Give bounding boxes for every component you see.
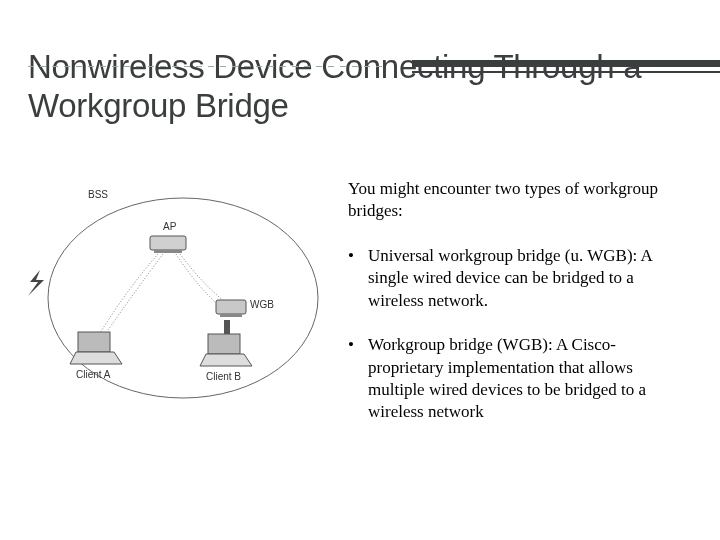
svg-rect-1	[150, 236, 186, 250]
svg-rect-7	[224, 320, 230, 334]
slide: Nonwireless Device Connecting Through a …	[0, 48, 720, 540]
svg-rect-3	[78, 332, 110, 352]
wgb-node: WGB	[216, 299, 274, 317]
label-client-b: Client B	[206, 371, 241, 382]
svg-rect-6	[220, 314, 242, 317]
client-a-node: Client A	[70, 332, 122, 380]
decoration-dotted-line	[28, 66, 383, 67]
label-client-a: Client A	[76, 369, 111, 380]
svg-marker-4	[70, 352, 122, 364]
client-b-node: Client B	[200, 334, 252, 382]
ap-node: AP	[150, 221, 186, 253]
svg-rect-2	[154, 250, 182, 253]
list-item: Universal workgroup bridge (u. WGB): A s…	[348, 245, 686, 312]
label-bss: BSS	[88, 189, 108, 200]
lightning-icon	[28, 270, 44, 296]
intro-text: You might encounter two types of workgro…	[348, 178, 686, 223]
decoration-bars	[412, 60, 720, 80]
header-decoration	[28, 60, 720, 80]
bullet-text: Workgroup bridge (WGB): A Cisco-propriet…	[368, 335, 646, 421]
label-wgb: WGB	[250, 299, 274, 310]
wgb-diagram-svg: BSS AP Client A	[28, 178, 328, 408]
content-row: BSS AP Client A	[28, 178, 692, 446]
bullet-text: Universal workgroup bridge (u. WGB): A s…	[368, 246, 652, 310]
bullet-list: Universal workgroup bridge (u. WGB): A s…	[348, 245, 686, 424]
diagram-figure: BSS AP Client A	[28, 178, 328, 408]
svg-rect-5	[216, 300, 246, 314]
label-ap: AP	[163, 221, 177, 232]
text-column: You might encounter two types of workgro…	[328, 178, 692, 446]
svg-point-0	[48, 198, 318, 398]
svg-marker-9	[200, 354, 252, 366]
list-item: Workgroup bridge (WGB): A Cisco-propriet…	[348, 334, 686, 424]
svg-rect-8	[208, 334, 240, 354]
